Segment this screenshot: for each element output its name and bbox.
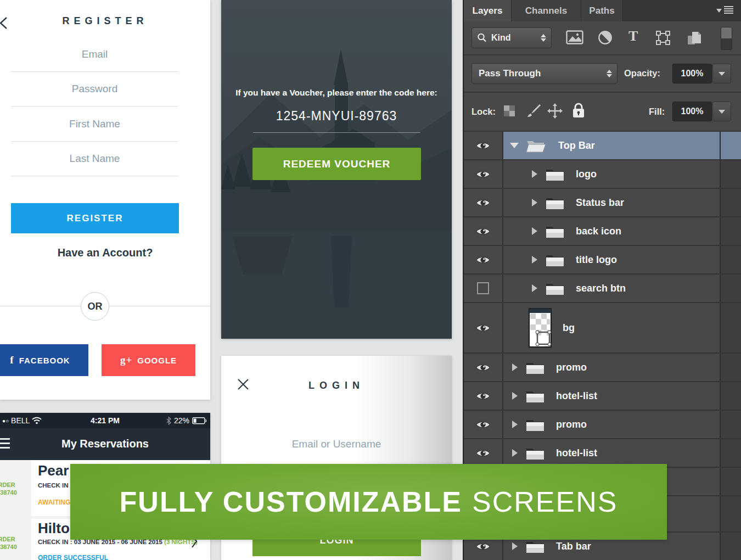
tab-channels[interactable]: Channels [512, 0, 581, 21]
visibility-eye-icon[interactable] [464, 132, 502, 159]
status-bar: ●○ BELL 4:21 PM 22% [0, 413, 210, 428]
layer-name: promo [556, 362, 587, 373]
layer-name: logo [576, 169, 597, 180]
panel-menu-icon[interactable] [716, 6, 733, 15]
order-number: ORDER #238740 [0, 535, 17, 551]
blend-mode-value: Pass Through [479, 68, 541, 79]
tab-layers[interactable]: Layers [464, 0, 512, 21]
layer-name: Status bar [576, 197, 624, 209]
fill-dropdown[interactable] [712, 102, 731, 121]
visibility-eye-icon[interactable] [464, 246, 502, 273]
filter-kind-select[interactable]: Kind [471, 27, 552, 48]
folder-icon [525, 389, 545, 404]
voucher-prompt: If you have a Voucher, please enter the … [221, 88, 452, 98]
layer-row-hotel-list[interactable]: hotel-list [464, 439, 741, 467]
voucher-screen: If you have a Voucher, please enter the … [221, 0, 452, 339]
search-icon [476, 32, 487, 43]
visibility-eye-icon[interactable] [464, 189, 502, 216]
opacity-label: Opacity: [624, 68, 660, 79]
visibility-eye-icon[interactable] [464, 160, 502, 188]
password-field[interactable]: Password [11, 83, 178, 107]
expand-caret-icon[interactable] [512, 542, 518, 550]
layer-row-top-bar[interactable]: Top Bar [464, 132, 741, 159]
voucher-code-input[interactable]: 1254-MNYUI-89763 [221, 109, 452, 124]
layer-name: hotel-list [556, 390, 597, 402]
facebook-button[interactable]: f FACEBOOK [0, 344, 88, 376]
visibility-eye-icon[interactable] [464, 217, 502, 245]
register-title: REGISTER [0, 15, 210, 27]
visibility-eye-icon[interactable] [464, 411, 502, 438]
layer-thumbnail[interactable] [529, 308, 552, 348]
expand-caret-icon[interactable] [532, 284, 537, 292]
expand-caret-icon[interactable] [532, 199, 537, 206]
blend-row: Pass Through Opacity: 100% [464, 55, 741, 93]
select-arrows-icon [607, 70, 612, 77]
shape-layer-filter-icon[interactable] [655, 30, 671, 46]
google-button[interactable]: g+ GOOGLE [102, 344, 195, 376]
folder-icon [525, 539, 545, 554]
pixel-layer-filter-icon[interactable] [566, 30, 583, 44]
opacity-value[interactable]: 100% [672, 64, 712, 83]
opacity-dropdown[interactable] [712, 64, 731, 83]
layer-row-logo[interactable]: logo [464, 160, 741, 188]
expand-caret-icon[interactable] [532, 170, 537, 178]
smart-object-filter-icon[interactable] [686, 30, 703, 47]
layer-row-status-bar[interactable]: Status bar [464, 189, 741, 216]
layer-row-promo[interactable]: promo [464, 354, 741, 381]
lock-position-icon[interactable] [547, 103, 563, 119]
banner-light-text: SCREENS [472, 485, 618, 518]
lock-transparency-icon[interactable] [503, 105, 515, 117]
expand-caret-icon[interactable] [512, 421, 518, 428]
facebook-label: FACEBOOK [19, 356, 70, 365]
folder-icon [545, 167, 565, 182]
lock-all-padlock-icon[interactable] [571, 102, 586, 119]
collapse-caret-icon[interactable] [510, 143, 519, 148]
folder-icon [525, 446, 545, 461]
folder-icon [545, 195, 565, 210]
tab-paths[interactable]: Paths [581, 0, 623, 21]
have-account-link[interactable]: Have an Account? [0, 247, 210, 259]
layer-row-search-btn[interactable]: search btn [464, 275, 741, 302]
lock-label: Lock: [471, 107, 496, 117]
layer-row-promo[interactable]: promo [464, 411, 741, 438]
last-name-field[interactable]: Last Name [11, 153, 178, 176]
panel-tab-bar: Layers Channels Paths [464, 0, 741, 22]
expand-caret-icon[interactable] [532, 227, 537, 235]
visibility-eye-icon[interactable] [464, 439, 502, 467]
expand-caret-icon[interactable] [512, 363, 518, 371]
banner-bold-text: FULLY CUSTOMIZABLE [120, 485, 462, 518]
visibility-eye-icon[interactable] [464, 354, 502, 381]
expand-caret-icon[interactable] [512, 392, 518, 400]
visibility-hidden-box[interactable] [464, 275, 502, 302]
first-name-field[interactable]: First Name [11, 118, 178, 142]
bluetooth-icon [166, 417, 171, 425]
layer-row-title-logo[interactable]: title logo [464, 246, 741, 273]
order-number: ORDER #238740 [0, 481, 17, 496]
folder-icon [545, 253, 565, 267]
filter-toggle-switch[interactable] [721, 27, 732, 50]
expand-caret-icon[interactable] [532, 256, 537, 264]
battery-icon [192, 417, 207, 424]
expand-caret-icon[interactable] [512, 449, 518, 457]
adjustment-layer-filter-icon[interactable] [598, 30, 613, 45]
email-field[interactable]: Email [11, 48, 178, 72]
layer-name: promo [556, 419, 587, 430]
folder-icon [545, 224, 565, 239]
lock-pixels-brush-icon[interactable] [525, 103, 542, 119]
fill-value[interactable]: 100% [672, 102, 712, 121]
layer-name: Top Bar [558, 140, 595, 152]
open-folder-icon [525, 138, 547, 153]
layer-row-hotel-list[interactable]: hotel-list [464, 382, 741, 410]
visibility-eye-icon[interactable] [464, 303, 502, 352]
type-layer-filter-icon[interactable]: T [628, 28, 638, 44]
email-username-field[interactable]: Email or Username [254, 438, 419, 450]
layer-row-back-icon[interactable]: back icon [464, 217, 741, 245]
fully-customizable-banner: FULLY CUSTOMIZABLE SCREENS [70, 464, 667, 540]
blend-mode-select[interactable]: Pass Through [471, 63, 618, 84]
layer-name: search btn [576, 283, 626, 294]
layer-row-bg[interactable]: bg [464, 303, 741, 352]
register-button[interactable]: REGISTER [11, 203, 179, 233]
redeem-voucher-button[interactable]: REDEEM VOUCHER [252, 148, 421, 180]
visibility-eye-icon[interactable] [464, 382, 502, 410]
folder-icon [525, 417, 545, 432]
